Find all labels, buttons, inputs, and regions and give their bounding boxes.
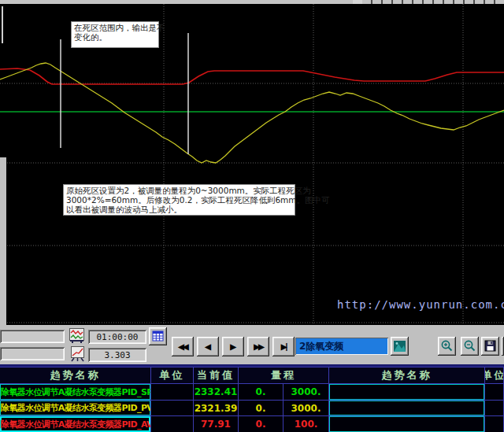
col-header-range: 量程	[239, 367, 329, 384]
zoom-out-button[interactable]	[461, 337, 479, 356]
col-header-current-value: 当前值	[194, 367, 239, 384]
deadzone-annotation: 在死区范围内，输出是不 变化的。	[71, 21, 159, 48]
scale-value-field[interactable]: 3.303	[88, 348, 146, 362]
trend-group-selected: 2除氧变频	[299, 340, 343, 353]
trend-analysis-window: 在死区范围内，输出是不 变化的。 原始死区设置为2，被调量的量程为0~3000m…	[0, 0, 504, 432]
current-value-cell: 77.91	[194, 416, 239, 432]
realtime-trend-icon	[69, 328, 84, 343]
pv-curve	[0, 63, 504, 163]
trend-toolbar: 01:00:00 3.303 ◀◀◀▶▶▶▶| 2除氧变频	[0, 325, 504, 364]
status-panel-2	[0, 347, 65, 360]
unit-cell-empty	[485, 384, 504, 401]
unit-cell	[151, 416, 194, 432]
zoom-in-button[interactable]	[438, 337, 456, 356]
col-header-trend-name-2: 趋势名称	[329, 367, 485, 384]
unit-cell-empty	[485, 401, 504, 416]
calendar-icon	[149, 327, 167, 345]
range-min-cell: 0.	[239, 384, 284, 401]
range-min-cell: 0.	[239, 401, 284, 416]
xy-trend-icon	[70, 346, 85, 362]
range-min-cell: 0.	[239, 416, 284, 432]
save-button[interactable]	[481, 337, 499, 356]
unit-cell	[151, 401, 194, 416]
zoom-out-icon	[461, 337, 479, 356]
annotation-line: 以看出被调量的波动马上减小。	[66, 205, 292, 215]
chart-select-icon	[391, 337, 409, 356]
current-value-cell: 2332.41	[194, 384, 239, 401]
website-watermark: http://www.yunrun.com.cn	[337, 298, 504, 311]
rewind-button[interactable]: ◀◀	[172, 337, 194, 356]
trend-name-cell-empty[interactable]	[329, 384, 485, 401]
unit-cell-empty	[485, 416, 504, 432]
table-row-sp: 除氧器水位调节A凝结水泵变频器PID_SP 2332.41 0. 3000.	[0, 384, 504, 401]
annotation-line: 变化的。	[74, 33, 156, 42]
table-row-pv: 除氧器水位调节A凝结水泵变频器PID_PV 2321.39 0. 3000.	[0, 401, 504, 416]
play-button[interactable]: ▶	[222, 337, 244, 356]
range-max-cell: 3000.	[284, 384, 329, 401]
step-back-button[interactable]: ◀	[197, 337, 219, 356]
explanation-annotation: 原始死区设置为2，被调量的量程为0~3000mm。实际工程死区为 3000*2%…	[63, 184, 295, 216]
save-icon	[481, 337, 499, 356]
col-header-unit: 单位	[151, 367, 194, 384]
col-header-trend-name: 趋势名称	[0, 367, 151, 384]
trend-table: 趋势名称 单位 当前值 量程 趋势名称 单位 除氧器水位调节A凝结水泵变频器PI…	[0, 367, 504, 432]
unit-cell	[151, 384, 194, 401]
trend-group-select[interactable]: 2除氧变频	[295, 338, 388, 355]
status-panel-1	[0, 330, 65, 343]
col-header-unit-2: 单位	[485, 367, 504, 384]
trend-name-cell-empty[interactable]	[329, 401, 485, 416]
trend-chart-area[interactable]: 在死区范围内，输出是不 变化的。 原始死区设置为2，被调量的量程为0~3000m…	[0, 4, 504, 326]
trend-name-cell-empty[interactable]	[329, 416, 485, 432]
sp-curve	[0, 68, 504, 84]
to-end-button[interactable]: ▶|	[272, 337, 295, 356]
time-span-field[interactable]: 01:00:00	[88, 330, 146, 344]
chart-left-margin	[0, 157, 6, 326]
range-max-cell: 3000.	[284, 401, 329, 416]
trend-name-cell[interactable]: 除氧器水位调节A凝结水泵变频器PID_PV	[0, 401, 151, 416]
table-row-av-selected: 除氧器水位调节A凝结水泵变频器PID_AV 77.91 0. 100.	[0, 416, 504, 432]
table-header-row: 趋势名称 单位 当前值 量程 趋势名称 单位	[0, 367, 504, 384]
playback-controls: ◀◀◀▶▶▶▶|	[172, 337, 295, 356]
trend-name-cell[interactable]: 除氧器水位调节A凝结水泵变频器PID_AV	[0, 416, 151, 432]
annotation-line: 3000*2%=60mm。后修改为0.2，实际工程死区降低到6mm。图中可	[66, 196, 292, 205]
trend-name-cell[interactable]: 除氧器水位调节A凝结水泵变频器PID_SP	[0, 384, 151, 401]
trend-group-dropdown-button[interactable]	[391, 337, 409, 356]
zoom-in-icon	[438, 337, 456, 356]
chart-canvas[interactable]	[0, 4, 504, 326]
calendar-button[interactable]	[149, 327, 167, 345]
range-max-cell: 100.	[284, 416, 329, 432]
current-value-cell: 2321.39	[194, 401, 239, 416]
fast-forward-button[interactable]: ▶▶	[247, 337, 269, 356]
